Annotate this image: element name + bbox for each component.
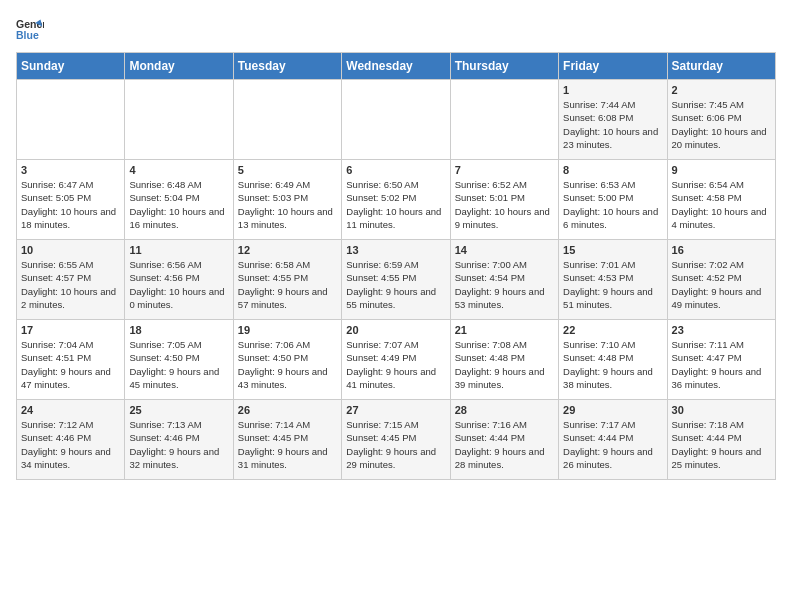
day-number: 4 [129,164,228,176]
day-info: Sunrise: 7:10 AMSunset: 4:48 PMDaylight:… [563,338,662,391]
day-number: 30 [672,404,771,416]
day-cell: 24Sunrise: 7:12 AMSunset: 4:46 PMDayligh… [17,400,125,480]
day-cell: 2Sunrise: 7:45 AMSunset: 6:06 PMDaylight… [667,80,775,160]
day-number: 22 [563,324,662,336]
day-number: 12 [238,244,337,256]
header-cell-saturday: Saturday [667,53,775,80]
day-info: Sunrise: 6:56 AMSunset: 4:56 PMDaylight:… [129,258,228,311]
day-number: 6 [346,164,445,176]
day-number: 16 [672,244,771,256]
day-info: Sunrise: 6:54 AMSunset: 4:58 PMDaylight:… [672,178,771,231]
day-number: 8 [563,164,662,176]
day-cell: 10Sunrise: 6:55 AMSunset: 4:57 PMDayligh… [17,240,125,320]
day-number: 23 [672,324,771,336]
day-info: Sunrise: 6:53 AMSunset: 5:00 PMDaylight:… [563,178,662,231]
day-cell [342,80,450,160]
header-cell-thursday: Thursday [450,53,558,80]
day-cell: 9Sunrise: 6:54 AMSunset: 4:58 PMDaylight… [667,160,775,240]
day-info: Sunrise: 6:48 AMSunset: 5:04 PMDaylight:… [129,178,228,231]
day-info: Sunrise: 7:13 AMSunset: 4:46 PMDaylight:… [129,418,228,471]
day-cell: 21Sunrise: 7:08 AMSunset: 4:48 PMDayligh… [450,320,558,400]
day-info: Sunrise: 7:06 AMSunset: 4:50 PMDaylight:… [238,338,337,391]
calendar-header-row: SundayMondayTuesdayWednesdayThursdayFrid… [17,53,776,80]
calendar-table: SundayMondayTuesdayWednesdayThursdayFrid… [16,52,776,480]
day-cell: 13Sunrise: 6:59 AMSunset: 4:55 PMDayligh… [342,240,450,320]
day-info: Sunrise: 7:14 AMSunset: 4:45 PMDaylight:… [238,418,337,471]
day-cell: 30Sunrise: 7:18 AMSunset: 4:44 PMDayligh… [667,400,775,480]
day-cell: 15Sunrise: 7:01 AMSunset: 4:53 PMDayligh… [559,240,667,320]
day-cell: 26Sunrise: 7:14 AMSunset: 4:45 PMDayligh… [233,400,341,480]
day-info: Sunrise: 6:52 AMSunset: 5:01 PMDaylight:… [455,178,554,231]
day-info: Sunrise: 7:16 AMSunset: 4:44 PMDaylight:… [455,418,554,471]
week-row-4: 17Sunrise: 7:04 AMSunset: 4:51 PMDayligh… [17,320,776,400]
day-cell: 27Sunrise: 7:15 AMSunset: 4:45 PMDayligh… [342,400,450,480]
day-cell [233,80,341,160]
day-info: Sunrise: 7:05 AMSunset: 4:50 PMDaylight:… [129,338,228,391]
day-cell: 25Sunrise: 7:13 AMSunset: 4:46 PMDayligh… [125,400,233,480]
day-cell: 4Sunrise: 6:48 AMSunset: 5:04 PMDaylight… [125,160,233,240]
day-number: 3 [21,164,120,176]
day-cell: 18Sunrise: 7:05 AMSunset: 4:50 PMDayligh… [125,320,233,400]
day-info: Sunrise: 7:15 AMSunset: 4:45 PMDaylight:… [346,418,445,471]
day-cell: 12Sunrise: 6:58 AMSunset: 4:55 PMDayligh… [233,240,341,320]
day-cell: 8Sunrise: 6:53 AMSunset: 5:00 PMDaylight… [559,160,667,240]
day-cell: 23Sunrise: 7:11 AMSunset: 4:47 PMDayligh… [667,320,775,400]
day-cell: 16Sunrise: 7:02 AMSunset: 4:52 PMDayligh… [667,240,775,320]
day-number: 10 [21,244,120,256]
day-number: 29 [563,404,662,416]
day-cell: 3Sunrise: 6:47 AMSunset: 5:05 PMDaylight… [17,160,125,240]
day-cell: 29Sunrise: 7:17 AMSunset: 4:44 PMDayligh… [559,400,667,480]
day-cell: 11Sunrise: 6:56 AMSunset: 4:56 PMDayligh… [125,240,233,320]
day-number: 26 [238,404,337,416]
header: General Blue [16,16,776,44]
day-cell [450,80,558,160]
header-cell-wednesday: Wednesday [342,53,450,80]
day-info: Sunrise: 7:17 AMSunset: 4:44 PMDaylight:… [563,418,662,471]
day-info: Sunrise: 7:00 AMSunset: 4:54 PMDaylight:… [455,258,554,311]
day-number: 19 [238,324,337,336]
day-info: Sunrise: 6:49 AMSunset: 5:03 PMDaylight:… [238,178,337,231]
day-number: 15 [563,244,662,256]
day-cell: 5Sunrise: 6:49 AMSunset: 5:03 PMDaylight… [233,160,341,240]
day-number: 17 [21,324,120,336]
week-row-1: 1Sunrise: 7:44 AMSunset: 6:08 PMDaylight… [17,80,776,160]
day-info: Sunrise: 7:45 AMSunset: 6:06 PMDaylight:… [672,98,771,151]
day-info: Sunrise: 7:44 AMSunset: 6:08 PMDaylight:… [563,98,662,151]
logo: General Blue [16,16,48,44]
day-info: Sunrise: 7:01 AMSunset: 4:53 PMDaylight:… [563,258,662,311]
day-number: 13 [346,244,445,256]
day-number: 1 [563,84,662,96]
day-number: 14 [455,244,554,256]
day-number: 27 [346,404,445,416]
day-number: 28 [455,404,554,416]
day-info: Sunrise: 6:59 AMSunset: 4:55 PMDaylight:… [346,258,445,311]
header-cell-sunday: Sunday [17,53,125,80]
day-cell: 17Sunrise: 7:04 AMSunset: 4:51 PMDayligh… [17,320,125,400]
day-number: 21 [455,324,554,336]
week-row-5: 24Sunrise: 7:12 AMSunset: 4:46 PMDayligh… [17,400,776,480]
logo-icon: General Blue [16,16,44,44]
day-cell: 22Sunrise: 7:10 AMSunset: 4:48 PMDayligh… [559,320,667,400]
day-number: 25 [129,404,228,416]
day-info: Sunrise: 6:47 AMSunset: 5:05 PMDaylight:… [21,178,120,231]
header-cell-monday: Monday [125,53,233,80]
day-number: 24 [21,404,120,416]
day-number: 9 [672,164,771,176]
day-info: Sunrise: 7:12 AMSunset: 4:46 PMDaylight:… [21,418,120,471]
day-info: Sunrise: 6:50 AMSunset: 5:02 PMDaylight:… [346,178,445,231]
day-cell: 7Sunrise: 6:52 AMSunset: 5:01 PMDaylight… [450,160,558,240]
day-info: Sunrise: 6:55 AMSunset: 4:57 PMDaylight:… [21,258,120,311]
day-cell: 19Sunrise: 7:06 AMSunset: 4:50 PMDayligh… [233,320,341,400]
day-number: 2 [672,84,771,96]
day-number: 20 [346,324,445,336]
day-info: Sunrise: 7:18 AMSunset: 4:44 PMDaylight:… [672,418,771,471]
day-cell [17,80,125,160]
day-number: 5 [238,164,337,176]
day-info: Sunrise: 7:02 AMSunset: 4:52 PMDaylight:… [672,258,771,311]
header-cell-tuesday: Tuesday [233,53,341,80]
calendar-body: 1Sunrise: 7:44 AMSunset: 6:08 PMDaylight… [17,80,776,480]
day-number: 18 [129,324,228,336]
day-cell: 14Sunrise: 7:00 AMSunset: 4:54 PMDayligh… [450,240,558,320]
svg-text:Blue: Blue [16,29,39,41]
week-row-3: 10Sunrise: 6:55 AMSunset: 4:57 PMDayligh… [17,240,776,320]
